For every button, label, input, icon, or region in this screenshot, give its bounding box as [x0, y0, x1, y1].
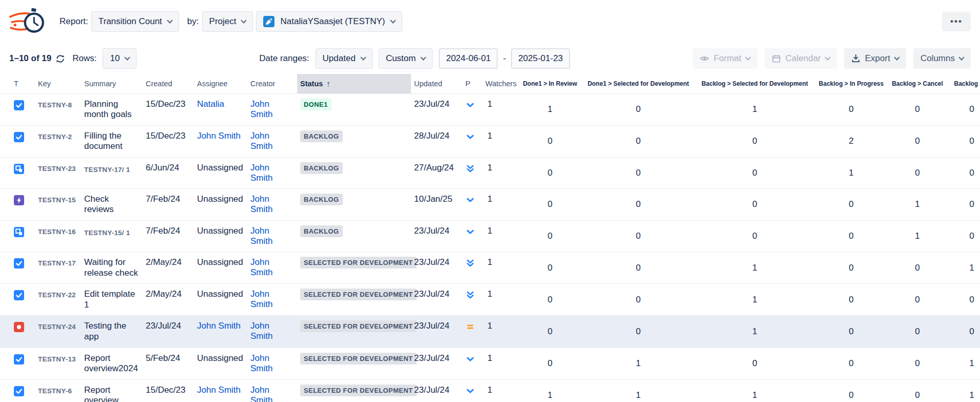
ellipsis-icon: •••: [950, 16, 963, 27]
assignee-link[interactable]: Unassigned: [197, 257, 243, 267]
table-row[interactable]: TESTNY-13 Report overview2024 5/Feb/24 U…: [0, 348, 980, 379]
table-row[interactable]: TESTNY-15 Check reviews 7/Feb/24 Unassig…: [0, 188, 980, 220]
transition-count: 0: [814, 188, 889, 220]
column-header-done1-in-review[interactable]: Done1 > In Review: [519, 74, 581, 93]
column-header-backlog-cancel[interactable]: Backlog > Cancel: [889, 74, 946, 93]
creator-link[interactable]: John Smith: [250, 321, 272, 341]
assignee-link[interactable]: John Smith: [197, 131, 241, 141]
creator-link[interactable]: John Smith: [250, 99, 272, 119]
issue-created-date: 5/Feb/24: [143, 348, 194, 379]
table-row[interactable]: TESTNY-24 Testing the app 23/Jul/24 John…: [0, 316, 980, 348]
creator-link[interactable]: John Smith: [250, 385, 272, 402]
creator-link[interactable]: John Smith: [250, 353, 272, 373]
column-header-backlog-in-progress[interactable]: Backlog > In Progress: [814, 74, 889, 93]
issue-type-story-icon: [14, 195, 32, 205]
assignee-link[interactable]: Natalia: [197, 99, 224, 109]
priority-low-icon: [465, 132, 479, 142]
transition-count: 0: [889, 252, 946, 284]
more-options-button[interactable]: •••: [942, 12, 971, 31]
date-from-input[interactable]: 2024-06-01: [439, 48, 498, 69]
table-row[interactable]: TESTNY-17 Waiting for release check 2/Ma…: [0, 252, 980, 284]
format-button[interactable]: Format: [693, 48, 757, 69]
column-header-status[interactable]: Status↑: [297, 74, 411, 93]
top-toolbar: Report: Transition Count by: Project Nat…: [0, 0, 980, 43]
status-badge: SELECTED FOR DEVELOPMENT: [300, 385, 417, 396]
creator-link[interactable]: John Smith: [250, 226, 272, 246]
transition-count: 0: [946, 284, 980, 316]
table-row[interactable]: TESTNY-22 Edit template 1 2/May/24 Unass…: [0, 284, 980, 316]
issue-created-date: 15/Dec/23: [143, 93, 194, 125]
date-mode-select[interactable]: Custom: [379, 48, 433, 69]
transition-count: 0: [814, 284, 889, 316]
issue-summary: Planning month goals: [81, 93, 143, 125]
issue-key: TESTNY-6: [35, 379, 81, 402]
project-select[interactable]: NataliaYSaasjet (TESTNY): [256, 11, 402, 32]
transition-count: 0: [814, 379, 889, 402]
issue-type-task-icon: [14, 290, 32, 300]
assignee-link[interactable]: John Smith: [197, 321, 241, 331]
transition-count: 0: [696, 188, 814, 220]
creator-link[interactable]: John Smith: [250, 257, 272, 277]
transition-count: 0: [519, 157, 581, 188]
issue-created-date: 15/Dec/23: [143, 125, 194, 157]
column-header-done1-selected-for-development[interactable]: Done1 > Selected for Development: [581, 74, 696, 93]
assignee-link[interactable]: Unassigned: [197, 353, 243, 363]
date-ranges-label: Date ranges:: [259, 53, 309, 64]
assignee-link[interactable]: Unassigned: [197, 163, 243, 173]
column-header-type[interactable]: T: [0, 74, 35, 93]
transition-count: 0: [889, 284, 946, 316]
issue-key: TESTNY-22: [35, 284, 81, 316]
rows-per-page-select[interactable]: 10: [103, 48, 136, 69]
transition-count: 0: [581, 221, 696, 252]
eye-icon: [700, 54, 709, 63]
group-by-select[interactable]: Project: [202, 11, 253, 32]
column-header-key[interactable]: Key: [35, 74, 81, 93]
priority-low-icon: [465, 227, 479, 237]
creator-link[interactable]: John Smith: [250, 131, 272, 151]
date-to-input[interactable]: 2025-01-23: [511, 48, 570, 69]
column-header-backlog-c[interactable]: Backlog > C: [946, 74, 980, 93]
column-header-priority[interactable]: P: [462, 74, 482, 93]
date-field-select[interactable]: Updated: [316, 48, 373, 69]
table-row[interactable]: TESTNY-6 Report overview 15/Dec/23 John …: [0, 379, 980, 402]
transition-count: 0: [814, 348, 889, 379]
watchers-count: 1: [482, 379, 519, 402]
issue-type-task-icon: [14, 354, 32, 365]
transition-count: 0: [889, 125, 946, 157]
assignee-link[interactable]: Unassigned: [197, 289, 243, 299]
column-header-watchers[interactable]: Watchers: [482, 74, 519, 93]
report-label: Report:: [60, 16, 88, 27]
column-header-updated[interactable]: Updated: [411, 74, 462, 93]
creator-link[interactable]: John Smith: [250, 194, 272, 214]
transition-count: 0: [696, 221, 814, 252]
table-row[interactable]: TESTNY-8 Planning month goals 15/Dec/23 …: [0, 93, 980, 125]
table-row[interactable]: TESTNY-16 TESTNY-15/ 1 7/Feb/24 Unassign…: [0, 221, 980, 252]
table-row[interactable]: TESTNY-2 Filling the document 15/Dec/23 …: [0, 125, 980, 157]
refresh-button[interactable]: [55, 54, 65, 64]
column-header-backlog-selected-for-development[interactable]: Backlog > Selected for Development: [696, 74, 814, 93]
issue-key: TESTNY-24: [35, 316, 81, 348]
column-header-assignee[interactable]: Assignee: [194, 74, 247, 93]
report-type-select[interactable]: Transition Count: [91, 11, 179, 32]
priority-low-icon: [465, 354, 479, 364]
column-header-created[interactable]: Created: [143, 74, 194, 93]
column-header-creator[interactable]: Creator: [247, 74, 297, 93]
priority-medium-icon: [465, 322, 479, 332]
assignee-link[interactable]: Unassigned: [197, 194, 243, 204]
date-separator: -: [503, 53, 506, 64]
issue-key: TESTNY-17: [35, 252, 81, 284]
assignee-link[interactable]: Unassigned: [197, 226, 243, 236]
columns-button[interactable]: Columns: [913, 48, 971, 69]
column-header-summary[interactable]: Summary: [81, 74, 143, 93]
calendar-icon: [772, 54, 781, 63]
report-type-value: Transition Count: [99, 16, 162, 27]
transition-count: 0: [814, 93, 889, 125]
creator-link[interactable]: John Smith: [250, 289, 272, 309]
creator-link[interactable]: John Smith: [250, 163, 272, 183]
calendar-button[interactable]: Calendar: [765, 48, 837, 69]
assignee-link[interactable]: John Smith: [197, 385, 241, 395]
transition-count: 0: [889, 316, 946, 348]
issue-created-date: 23/Jul/24: [143, 316, 194, 348]
table-row[interactable]: TESTNY-23 TESTNY-17/ 1 6/Jun/24 Unassign…: [0, 157, 980, 188]
export-button[interactable]: Export: [844, 48, 906, 69]
